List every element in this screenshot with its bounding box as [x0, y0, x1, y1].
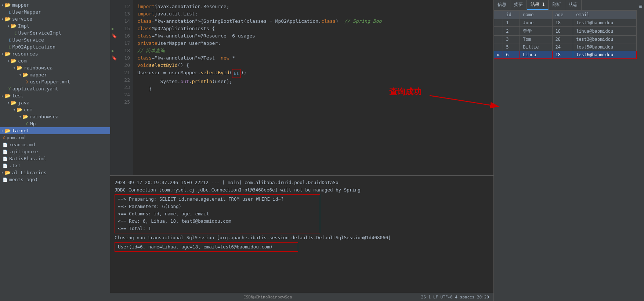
sidebar-item-java[interactable]: ▾📂java [0, 99, 110, 106]
tree-arrow[interactable]: ▾ [1, 3, 4, 7]
tree-item-label: .txt [9, 163, 21, 168]
tree-item-label: resources [12, 51, 38, 57]
class-icon: C [26, 121, 29, 126]
sidebar-item-userMapper.xml[interactable]: XuserMapper.xml [0, 78, 110, 85]
sidebar-item-application.yaml[interactable]: Yapplication.yaml [0, 85, 110, 92]
sidebar-item-Mp[interactable]: CMp [0, 120, 110, 127]
sidebar-item-mapper[interactable]: ▾📂mapper [0, 1, 110, 8]
tree-item-label: BatisPlus.iml [9, 156, 47, 161]
tree-item-label: rainbowsea [24, 65, 53, 71]
tree-item-label: com [24, 107, 32, 112]
folder-icon: 📂 [5, 2, 11, 8]
tree-arrow[interactable]: ▸ [1, 94, 4, 98]
db-row[interactable]: 3Tom28test3@baomidou [494, 36, 637, 43]
code-line-22: void selectById() { [137, 62, 489, 69]
code-editor: ▶🔖▶🔖 1213141516171819202122232425 import… [110, 0, 493, 175]
sidebar-item-ments-ago)[interactable]: 📄ments ago) [0, 176, 110, 183]
line-number-15: 15 [120, 25, 130, 32]
code-line-25: } [137, 85, 489, 93]
sidebar-item-al-Libraries[interactable]: ▸📂al Libraries [0, 169, 110, 176]
db-cell: 3 [503, 36, 520, 43]
log-line-3: ==> Parameters: 6(Long) [118, 203, 317, 210]
folder-icon: 📂 [5, 128, 11, 133]
yaml-icon: Y [8, 86, 11, 92]
txt-icon: 📄 [3, 177, 8, 182]
db-cell: test5@baomidou [573, 43, 637, 51]
tree-arrow[interactable]: ▾ [19, 73, 21, 77]
code-line-17: class="kw-annotation">@Resource 6 usages [137, 32, 489, 40]
class-icon: C [8, 44, 11, 50]
tree-item-label: UserServiceImpl [18, 30, 61, 36]
gutter-icon-17 [112, 40, 117, 47]
sidebar-item-pom.xml[interactable]: Xpom.xml [0, 134, 110, 141]
sidebar-item-Mp02Application[interactable]: CMp02Application [0, 43, 110, 50]
sidebar-item-UserService[interactable]: IUserService [0, 36, 110, 43]
db-tab-状态[interactable]: 状态 [565, 0, 582, 10]
gutter-icon-18: ▶🔖 [112, 47, 117, 54]
tree-item-label: UserService [12, 37, 44, 43]
tree-arrow[interactable]: ▸ [1, 171, 4, 175]
sidebar-item-.gitignore[interactable]: 📄.gitignore [0, 148, 110, 155]
line-number-20: 20 [120, 62, 130, 69]
gutter-icon-15: ▶🔖 [112, 25, 117, 32]
sidebar-item-com[interactable]: ▾📂com [0, 57, 110, 64]
code-line-21: class="kw-annotation">@Test new * [137, 54, 489, 62]
sidebar-item-mapper[interactable]: ▾📂mapper [0, 71, 110, 78]
sidebar-item-target[interactable]: ▸📂target [0, 127, 110, 134]
db-row[interactable]: ▶6Lihua18test6@baomidou [494, 51, 637, 59]
folder-icon: 📂 [17, 107, 22, 112]
gutter-icon-20 [112, 62, 117, 69]
sidebar-item-rainbowsea[interactable]: ▾📂rainbowsea [0, 64, 110, 71]
code-line-12: import javax.annotation.Resource; [137, 3, 489, 10]
tree-arrow[interactable]: ▾ [7, 24, 10, 28]
sidebar-item-rainbowsea[interactable]: ▾📂rainbowsea [0, 113, 110, 120]
log-line-1: JDBC Connection [com.mysql.cj.jdbc.Conne… [115, 186, 489, 194]
folder-icon: 📂 [5, 93, 11, 98]
folder-icon: 📂 [17, 65, 22, 71]
tree-item-label: target [12, 128, 29, 133]
class-icon: C [14, 30, 17, 36]
right-bar-icon: m [639, 3, 642, 9]
db-cell: 24 [552, 43, 573, 51]
db-row[interactable]: 2李华18lihua@baomidou [494, 27, 637, 36]
txt-icon: 📄 [3, 163, 8, 168]
file-tree[interactable]: ▾📂mapper IUserMapper▾📂service▾📂Impl CUse… [0, 0, 110, 301]
db-row[interactable]: 1Jone18test1@baomidou [494, 19, 637, 27]
tree-arrow[interactable]: ▾ [13, 108, 15, 112]
tree-arrow[interactable]: ▾ [1, 17, 4, 21]
db-tab-摘要[interactable]: 摘要 [510, 0, 527, 10]
db-tabs[interactable]: 信息摘要结果 1剖析状态 [494, 0, 637, 10]
gutter-icon-13 [112, 10, 117, 18]
tree-arrow[interactable]: ▾ [7, 59, 10, 63]
sidebar-item-UserMapper[interactable]: IUserMapper [0, 8, 110, 15]
tree-item-label: mapper [30, 72, 47, 78]
tree-item-label: test [12, 93, 23, 98]
db-row[interactable]: 5Billie24test5@baomidou [494, 43, 637, 51]
sidebar-item-resources[interactable]: ▾📂resources [0, 50, 110, 57]
tree-arrow[interactable]: ▾ [7, 101, 10, 105]
code-line-16: class Mp02ApplicationTests { [137, 25, 489, 32]
sidebar-item-com[interactable]: ▾📂com [0, 106, 110, 113]
tree-arrow[interactable]: ▾ [13, 66, 15, 70]
db-tab-结果 1[interactable]: 结果 1 [527, 0, 549, 10]
status-bar: CSDN@ChinaRainbowSea 26:1 LF UTF-8 4 spa… [110, 293, 493, 301]
code-content[interactable]: import javax.annotation.Resource;import … [133, 0, 493, 175]
line-number-19: 19 [120, 54, 130, 62]
sidebar-item-test[interactable]: ▸📂test [0, 92, 110, 99]
db-cell: test1@baomidou [573, 19, 637, 27]
log-highlight-box: ==> Preparing: SELECT id,name,age,email … [115, 194, 320, 233]
sidebar-item-UserServiceImpl[interactable]: CUserServiceImpl [0, 29, 110, 36]
sidebar-item-readme.md[interactable]: 📄readme.md [0, 141, 110, 148]
sidebar-item-service[interactable]: ▾📂service [0, 15, 110, 22]
gutter-icon-23 [112, 84, 117, 91]
sidebar-item-Impl[interactable]: ▾📂Impl [0, 22, 110, 29]
gutter-icon-25 [112, 98, 117, 106]
tree-arrow[interactable]: ▸ [1, 129, 4, 133]
db-tab-信息[interactable]: 信息 [494, 0, 510, 10]
sidebar-item-BatisPlus.iml[interactable]: 📄BatisPlus.iml [0, 155, 110, 162]
sidebar-item-.txt[interactable]: 📄.txt [0, 162, 110, 169]
tree-arrow[interactable]: ▾ [19, 115, 21, 119]
tree-arrow[interactable]: ▾ [1, 52, 4, 56]
db-tab-剖析[interactable]: 剖析 [549, 0, 565, 10]
db-table-container: idnameageemail1Jone18test1@baomidou2李华18… [494, 10, 637, 301]
